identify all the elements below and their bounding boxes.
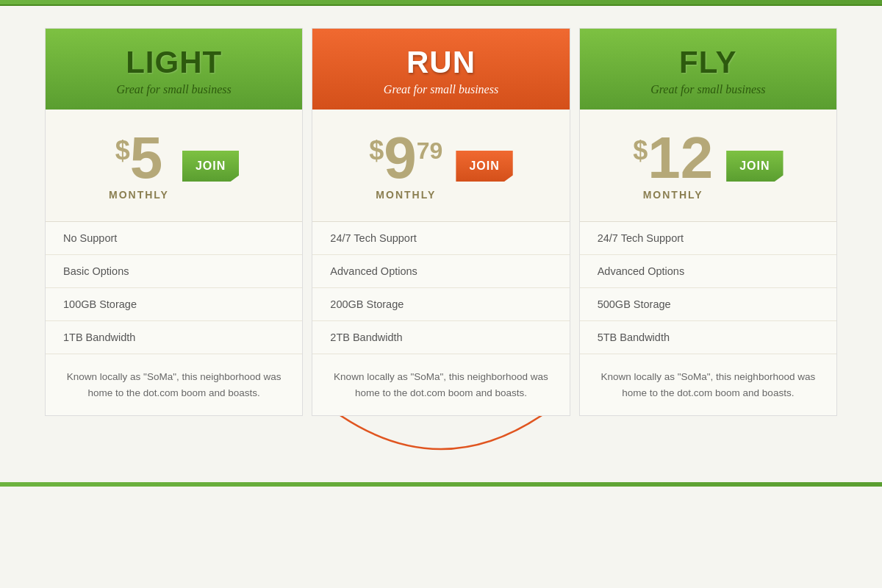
pricing-grid: LIGHTGreat for small business$5MONTHLYJO… xyxy=(0,6,882,416)
plan-tagline-run: Great for small business xyxy=(327,83,554,96)
plan-name-run: RUN xyxy=(327,45,554,80)
plan-name-light: LIGHT xyxy=(60,45,287,80)
plan-tagline-light: Great for small business xyxy=(60,83,287,96)
plan-features-fly: 24/7 Tech SupportAdvanced Options500GB S… xyxy=(580,222,836,354)
join-button-run[interactable]: JOIN xyxy=(456,151,512,182)
plan-features-run: 24/7 Tech SupportAdvanced Options200GB S… xyxy=(312,222,569,354)
plan-header-fly: FLYGreat for small business xyxy=(580,29,836,110)
feature-row: 5TB Bandwidth xyxy=(580,321,836,354)
bottom-stripe xyxy=(0,482,882,487)
plan-column-run: RUNGreat for small business$979MONTHLYJO… xyxy=(312,28,570,416)
plan-tagline-fly: Great for small business xyxy=(595,83,822,96)
plan-frequency-light: MONTHLY xyxy=(109,189,169,201)
plan-features-light: No SupportBasic Options100GB Storage1TB … xyxy=(46,222,302,354)
feature-row: Advanced Options xyxy=(580,255,836,288)
plan-name-fly: FLY xyxy=(595,45,822,80)
plan-frequency-run: MONTHLY xyxy=(376,189,436,201)
plan-frequency-fly: MONTHLY xyxy=(643,189,703,201)
top-stripe xyxy=(0,0,882,6)
feature-row: 24/7 Tech Support xyxy=(580,222,836,255)
price-block-light: $5MONTHLY xyxy=(109,132,169,201)
arc-decoration xyxy=(0,416,882,460)
plan-column-light: LIGHTGreat for small business$5MONTHLYJO… xyxy=(45,28,303,416)
price-block-fly: $12MONTHLY xyxy=(633,132,713,201)
price-amount-light: 5 xyxy=(130,132,163,184)
price-amount-run: 9 xyxy=(384,132,417,184)
price-block-run: $979MONTHLY xyxy=(369,132,442,201)
price-dollar-fly: $ xyxy=(633,137,648,164)
feature-row: 24/7 Tech Support xyxy=(312,222,569,255)
plan-column-fly: FLYGreat for small business$12MONTHLYJOI… xyxy=(579,28,837,416)
price-dollar-run: $ xyxy=(369,137,384,164)
price-dollar-light: $ xyxy=(115,137,130,164)
price-amount-fly: 12 xyxy=(648,132,713,184)
plan-description-fly: Known locally as "SoMa", this neighborho… xyxy=(580,354,836,415)
price-display-run: $979 xyxy=(369,132,442,184)
price-display-fly: $12 xyxy=(633,132,713,184)
plan-header-run: RUNGreat for small business xyxy=(312,29,569,110)
feature-row: 200GB Storage xyxy=(312,288,569,321)
feature-row: 1TB Bandwidth xyxy=(46,321,302,354)
feature-row: 100GB Storage xyxy=(46,288,302,321)
price-cents-run: 79 xyxy=(417,139,443,162)
feature-row: 500GB Storage xyxy=(580,288,836,321)
price-display-light: $5 xyxy=(115,132,163,184)
join-button-light[interactable]: JOIN xyxy=(182,151,239,182)
plan-description-light: Known locally as "SoMa", this neighborho… xyxy=(46,354,302,415)
feature-row: Advanced Options xyxy=(312,255,569,288)
plan-description-run: Known locally as "SoMa", this neighborho… xyxy=(312,354,569,415)
plan-pricing-fly: $12MONTHLYJOIN xyxy=(580,110,836,222)
plan-pricing-light: $5MONTHLYJOIN xyxy=(46,110,302,222)
plan-pricing-run: $979MONTHLYJOIN xyxy=(312,110,569,222)
feature-row: 2TB Bandwidth xyxy=(312,321,569,354)
plan-header-light: LIGHTGreat for small business xyxy=(46,29,302,110)
feature-row: No Support xyxy=(46,222,302,255)
join-button-fly[interactable]: JOIN xyxy=(726,151,783,182)
feature-row: Basic Options xyxy=(46,255,302,288)
